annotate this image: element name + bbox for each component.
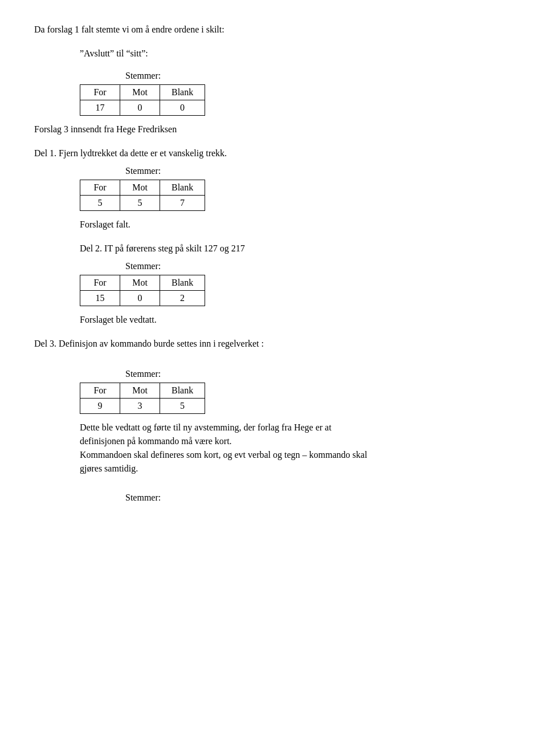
del2-header-for: For: [80, 275, 120, 291]
del2-value-blank: 2: [160, 291, 205, 306]
del2-value-for: 15: [80, 291, 120, 306]
del3-result-line3: Kommandoen skal defineres som kort, og e…: [80, 448, 513, 462]
forslag3-text: Forslag 3 innsendt fra Hege Fredriksen: [34, 123, 513, 136]
del2-result: Forslaget ble vedtatt.: [80, 313, 513, 327]
del2-value-mot: 0: [120, 291, 160, 306]
del3-stemmer-label: Stemmer:: [125, 369, 513, 379]
del2-header-blank: Blank: [160, 275, 205, 291]
footer-stemmer-label: Stemmer:: [125, 493, 513, 503]
del2-stemmer-label: Stemmer:: [125, 261, 513, 271]
del1-value-mot: 5: [120, 196, 160, 211]
del3-header-blank: Blank: [160, 383, 205, 399]
del1-result: Forslaget falt.: [80, 218, 513, 231]
main-content: Da forslag 1 falt stemte vi om å endre o…: [34, 23, 513, 503]
del2-label: Del 2. IT på førerens steg på skilt 127 …: [80, 242, 513, 255]
del1-value-for: 5: [80, 196, 120, 211]
del3-vote-table: For Mot Blank 9 3 5: [80, 383, 205, 414]
del3-header-mot: Mot: [120, 383, 160, 399]
del3-header-for: For: [80, 383, 120, 399]
section1-stemmer-label: Stemmer:: [125, 71, 513, 81]
intro-line2: ”Avslutt” til “sitt”:: [80, 47, 513, 60]
del1-label: Del 1. Fjern lydtrekket da dette er et v…: [34, 147, 513, 160]
intro-line1: Da forslag 1 falt stemte vi om å endre o…: [34, 23, 513, 36]
del3-label: Del 3. Definisjon av kommando burde sett…: [34, 337, 513, 351]
del1-value-blank: 7: [160, 196, 205, 211]
section1-header-for: For: [80, 85, 120, 100]
del1-header-for: For: [80, 180, 120, 196]
del3-result-block: Dette ble vedtatt og førte til ny avstem…: [80, 421, 513, 475]
del1-header-mot: Mot: [120, 180, 160, 196]
section1-header-mot: Mot: [120, 85, 160, 100]
section1-value-blank: 0: [160, 100, 205, 116]
del3-result-line1: Dette ble vedtatt og førte til ny avstem…: [80, 421, 513, 434]
section1-header-blank: Blank: [160, 85, 205, 100]
section1-vote-table: For Mot Blank 17 0 0: [80, 84, 205, 116]
del2-vote-table: For Mot Blank 15 0 2: [80, 275, 205, 306]
section1-value-for: 17: [80, 100, 120, 116]
del1-stemmer-label: Stemmer:: [125, 166, 513, 176]
del3-result-line4: gjøres samtidig.: [80, 462, 513, 475]
del3-value-mot: 3: [120, 399, 160, 414]
section1-value-mot: 0: [120, 100, 160, 116]
del2-header-mot: Mot: [120, 275, 160, 291]
del3-value-blank: 5: [160, 399, 205, 414]
del1-vote-table: For Mot Blank 5 5 7: [80, 180, 205, 211]
del3-result-line2: definisjonen på kommando må være kort.: [80, 434, 513, 448]
del1-header-blank: Blank: [160, 180, 205, 196]
del3-value-for: 9: [80, 399, 120, 414]
